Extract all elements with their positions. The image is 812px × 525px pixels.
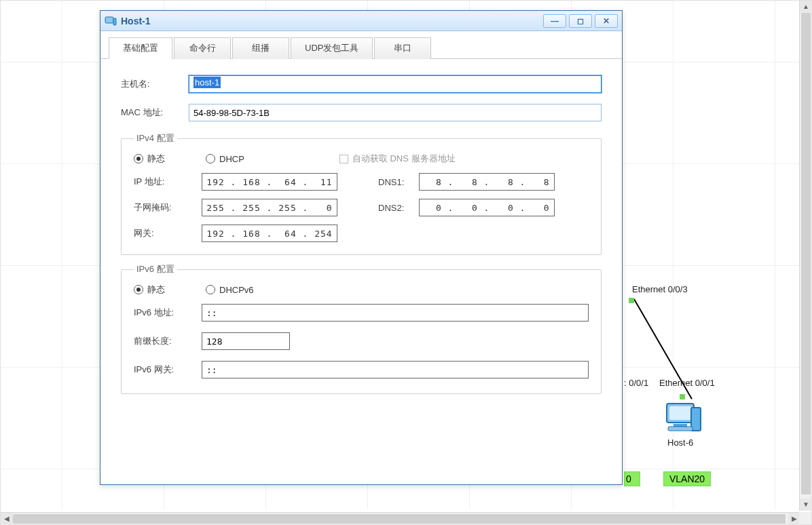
dns2-label: DNS2: (378, 203, 419, 213)
ipv4-legend: IPv4 配置 (134, 132, 177, 144)
ipv6-addr-input[interactable] (202, 304, 589, 322)
dns1-label: DNS1: (378, 177, 419, 187)
ip-label: IP 地址: (134, 176, 202, 188)
ipv6-prefix-input[interactable] (202, 332, 290, 350)
radio-dot-icon (134, 285, 143, 294)
horizontal-scrollbar[interactable]: ◀ ▶ (1, 512, 800, 524)
port-label-eth001: Ethernet 0/0/1 (659, 378, 715, 388)
svg-rect-1 (669, 406, 691, 420)
dns2-input[interactable]: 0 . 0 . 0 . 0 (419, 199, 555, 216)
ipv6-gw-label: IPv6 网关: (134, 364, 202, 376)
vscroll-thumb[interactable] (801, 13, 811, 494)
mac-input[interactable] (189, 104, 602, 121)
scroll-down-icon[interactable]: ▼ (800, 499, 812, 511)
ipv6-gw-input[interactable] (202, 361, 589, 378)
gw-label: 网关: (134, 227, 202, 239)
ipv6-group: IPv6 配置 静态 DHCPv6 IPv6 地址: 前缀长 (121, 263, 602, 394)
ipv6-addr-label: IPv6 地址: (134, 307, 202, 319)
svg-rect-3 (673, 424, 687, 427)
port-dot-a (629, 298, 634, 303)
window-title: Host-1 (121, 16, 540, 26)
ipv4-group: IPv4 配置 静态 DHCP 自动获取 DNS 服务器地址 (121, 132, 602, 255)
host6-label: Host-6 (667, 438, 693, 448)
tab-serial[interactable]: 串口 (374, 37, 431, 59)
ipv6-prefix-label: 前缀长度: (134, 335, 202, 347)
hostname-label: 主机名: (121, 78, 189, 90)
tabstrip: 基础配置 命令行 组播 UDP发包工具 串口 (100, 31, 622, 59)
gw-input[interactable]: 192 . 168 . 64 . 254 (202, 225, 337, 242)
close-button[interactable]: ✕ (595, 14, 618, 28)
minimize-button[interactable]: — (543, 14, 566, 28)
svg-rect-6 (113, 18, 116, 25)
mask-label: 子网掩码: (134, 201, 202, 214)
auto-dns-checkbox[interactable]: 自动获取 DNS 服务器地址 (339, 153, 456, 165)
radio-dot-icon (134, 154, 143, 163)
host6-icon[interactable] (663, 401, 703, 435)
vlan20-tag: VLAN20 (663, 471, 711, 486)
port-label-eth003: Ethernet 0/0/3 (632, 284, 688, 294)
ip-input[interactable]: 192 . 168 . 64 . 11 (202, 173, 337, 191)
app-root: Ethernet 0/0/3 : 0/0/1 Ethernet 0/0/1 Ho… (0, 0, 812, 525)
ipv4-dhcp-radio[interactable]: DHCP (206, 154, 244, 164)
mask-input[interactable]: 255 . 255 . 255 . 0 (202, 199, 337, 216)
radio-empty-icon (206, 285, 215, 294)
ipv6-static-radio[interactable]: 静态 (134, 284, 165, 296)
svg-rect-4 (668, 427, 693, 431)
scroll-corner (799, 512, 811, 524)
maximize-button[interactable]: ◻ (569, 14, 592, 28)
scroll-left-icon[interactable]: ◀ (1, 513, 13, 525)
dns1-input[interactable]: 8 . 8 . 8 . 8 (419, 173, 555, 191)
radio-empty-icon (206, 154, 215, 163)
tab-basic[interactable]: 基础配置 (109, 37, 172, 59)
ipv4-static-radio[interactable]: 静态 (134, 153, 165, 165)
form-body: 主机名: host-1 MAC 地址: IPv4 配置 静态 (100, 59, 622, 401)
hscroll-thumb[interactable] (13, 514, 786, 524)
port-dot-c (680, 394, 685, 400)
checkbox-box-icon (339, 155, 348, 163)
vlan-tag-partial: 0 (624, 471, 640, 486)
hostname-input[interactable]: host-1 (189, 75, 602, 93)
ipv6-legend: IPv6 配置 (134, 263, 177, 275)
svg-rect-5 (105, 17, 113, 23)
titlebar[interactable]: Host-1 — ◻ ✕ (100, 11, 622, 31)
host-config-dialog: Host-1 — ◻ ✕ 基础配置 命令行 组播 UDP发包工具 串口 主机名:… (100, 10, 623, 485)
mac-label: MAC 地址: (121, 106, 189, 119)
scroll-up-icon[interactable]: ▲ (800, 1, 812, 13)
tab-udp[interactable]: UDP发包工具 (291, 37, 373, 59)
ipv6-dhcpv6-radio[interactable]: DHCPv6 (206, 285, 254, 295)
tab-cli[interactable]: 命令行 (174, 37, 231, 59)
vertical-scrollbar[interactable]: ▲ ▼ (799, 1, 811, 511)
port-label-short: : 0/0/1 (624, 378, 648, 388)
tab-multicast[interactable]: 组播 (232, 37, 289, 59)
app-icon (105, 15, 117, 27)
